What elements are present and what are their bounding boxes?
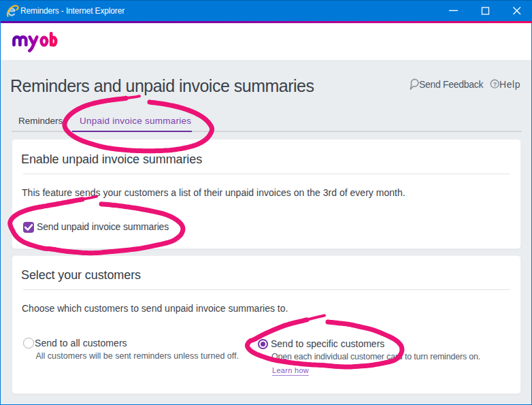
svg-text:?: ?: [493, 80, 497, 88]
